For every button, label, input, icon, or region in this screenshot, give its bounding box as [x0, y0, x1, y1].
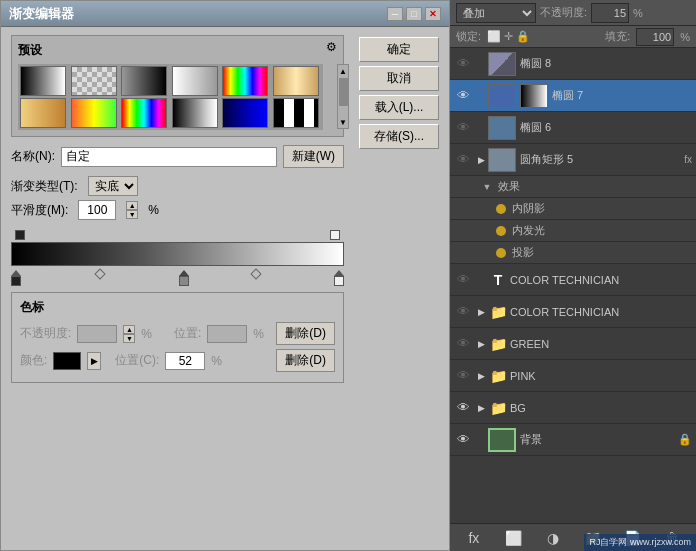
midpoint-stop-1[interactable] [96, 270, 104, 278]
smoothness-up-button[interactable]: ▲ [126, 201, 138, 210]
expand-bg-folder[interactable]: ▶ [474, 401, 488, 415]
preset-swatch-6[interactable] [273, 66, 319, 96]
color-picker-arrow[interactable]: ▶ [87, 352, 101, 370]
location-label: 位置: [174, 325, 201, 342]
location-top-input[interactable] [207, 325, 247, 343]
expand-yuanjuxing5[interactable]: ▶ [474, 153, 488, 167]
visibility-bg-folder[interactable]: 👁 [454, 399, 472, 417]
visibility-green-folder[interactable]: 👁 [454, 335, 472, 353]
minimize-button[interactable]: ─ [387, 7, 403, 21]
delete-top-button[interactable]: 删除(D) [276, 322, 335, 345]
scroll-up-button[interactable]: ▲ [338, 65, 348, 77]
color-stop-black[interactable] [11, 270, 21, 286]
layer-sub-drop-shadow[interactable]: 投影 [450, 242, 696, 264]
opacity-stop-left[interactable] [15, 230, 25, 240]
preset-swatch-3[interactable] [121, 66, 167, 96]
opacity-down-button[interactable]: ▼ [123, 334, 135, 343]
preset-swatch-9[interactable] [121, 98, 167, 128]
midpoint-stop-2[interactable] [252, 270, 260, 278]
add-style-button[interactable]: fx [462, 526, 486, 550]
smoothness-down-button[interactable]: ▼ [126, 210, 138, 219]
layer-item-tuoyuan7[interactable]: 👁 椭圆 7 [450, 80, 696, 112]
thumb-mask-tuoyuan7 [520, 84, 548, 108]
scroll-thumb[interactable] [339, 78, 349, 106]
visibility-tuoyuan6[interactable]: 👁 [454, 119, 472, 137]
preset-swatch-5[interactable] [222, 66, 268, 96]
visibility-color-tech-text[interactable]: 👁 [454, 271, 472, 289]
color-swatch[interactable] [53, 352, 81, 370]
gradient-type-select[interactable]: 实底 [88, 176, 138, 196]
save-button[interactable]: 存储(S)... [359, 124, 439, 149]
color-stop-white[interactable] [334, 270, 344, 286]
cancel-button[interactable]: 取消 [359, 66, 439, 91]
load-button[interactable]: 载入(L)... [359, 95, 439, 120]
preset-swatch-1[interactable] [20, 66, 66, 96]
name-input[interactable] [61, 147, 277, 167]
color-stop-gray[interactable] [179, 270, 189, 286]
preset-swatch-10[interactable] [172, 98, 218, 128]
blend-mode-select[interactable]: 叠加 [456, 3, 536, 23]
visibility-color-tech-folder[interactable]: 👁 [454, 303, 472, 321]
layer-item-bg-folder[interactable]: 👁 ▶ 📁 BG [450, 392, 696, 424]
opacity-up-button[interactable]: ▲ [123, 325, 135, 334]
presets-scrollbar[interactable]: ▲ ▼ [337, 64, 349, 129]
visibility-pink-folder[interactable]: 👁 [454, 367, 472, 385]
layer-item-tuoyuan8[interactable]: 👁 椭圆 8 [450, 48, 696, 80]
smoothness-row: 平滑度(M): ▲ ▼ % [11, 200, 344, 220]
location-c-input[interactable] [165, 352, 205, 370]
preset-swatch-4[interactable] [172, 66, 218, 96]
new-fill-layer-button[interactable]: ◑ [541, 526, 565, 550]
preset-swatch-2[interactable] [71, 66, 117, 96]
smoothness-label: 平滑度(M): [11, 202, 68, 219]
visibility-background[interactable]: 👁 [454, 431, 472, 449]
opacity-stop-right[interactable] [330, 230, 340, 240]
expand-effects[interactable]: ▼ [480, 182, 494, 192]
visibility-tuoyuan7[interactable]: 👁 [454, 87, 472, 105]
effect-name-inner-glow: 内发光 [512, 223, 545, 238]
expand-tuoyuan7 [474, 89, 488, 103]
layer-sub-inner-glow[interactable]: 内发光 [450, 220, 696, 242]
delete-bottom-button[interactable]: 删除(D) [276, 349, 335, 372]
fill-input[interactable] [636, 28, 674, 46]
new-gradient-button[interactable]: 新建(W) [283, 145, 344, 168]
layer-item-yuanjuxing5[interactable]: 👁 ▶ 圆角矩形 5 fx [450, 144, 696, 176]
watermark: RJ自学网 www.rjzxw.com [584, 534, 696, 551]
gradient-bar[interactable] [11, 242, 344, 266]
add-mask-button[interactable]: ⬜ [501, 526, 525, 550]
layer-name-color-tech-folder: COLOR TECHNICIAN [510, 306, 692, 318]
gear-icon[interactable]: ⚙ [326, 40, 337, 54]
opacity-input[interactable] [591, 3, 629, 23]
lock-move-icon[interactable]: ✛ [504, 30, 513, 43]
lock-all-icon[interactable]: 🔒 [516, 30, 530, 43]
preset-swatch-7[interactable] [20, 98, 66, 128]
layer-sub-inner-shadow[interactable]: 内阴影 [450, 198, 696, 220]
expand-background [474, 433, 488, 447]
ok-button[interactable]: 确定 [359, 37, 439, 62]
expand-pink-folder[interactable]: ▶ [474, 369, 488, 383]
smoothness-input[interactable] [78, 200, 116, 220]
layer-item-green-folder[interactable]: 👁 ▶ 📁 GREEN [450, 328, 696, 360]
maximize-button[interactable]: □ [406, 7, 422, 21]
preset-swatch-12[interactable] [273, 98, 319, 128]
expand-green-folder[interactable]: ▶ [474, 337, 488, 351]
preset-swatch-11[interactable] [222, 98, 268, 128]
color-stop-title: 色标 [20, 299, 335, 316]
opacity-stops-row [15, 228, 340, 242]
thumb-tuoyuan8 [488, 52, 516, 76]
opacity-stop-input[interactable] [77, 325, 117, 343]
visibility-yuanjuxing5[interactable]: 👁 [454, 151, 472, 169]
scroll-down-button[interactable]: ▼ [338, 116, 348, 128]
close-button[interactable]: ✕ [425, 7, 441, 21]
layer-item-color-tech-folder[interactable]: 👁 ▶ 📁 COLOR TECHNICIAN [450, 296, 696, 328]
preset-swatch-8[interactable] [71, 98, 117, 128]
location-c-label: 位置(C): [115, 352, 159, 369]
eye-icon-background: 👁 [457, 432, 470, 447]
layer-item-background[interactable]: 👁 背景 🔒 [450, 424, 696, 456]
visibility-tuoyuan8[interactable]: 👁 [454, 55, 472, 73]
layer-item-tuoyuan6[interactable]: 👁 椭圆 6 [450, 112, 696, 144]
lock-pixels-icon[interactable]: ⬜ [487, 30, 501, 43]
expand-color-tech-folder[interactable]: ▶ [474, 305, 488, 319]
layer-item-pink-folder[interactable]: 👁 ▶ 📁 PINK [450, 360, 696, 392]
layer-sub-effects[interactable]: ▼ 效果 [450, 176, 696, 198]
layer-item-color-tech-text[interactable]: 👁 T COLOR TECHNICIAN [450, 264, 696, 296]
